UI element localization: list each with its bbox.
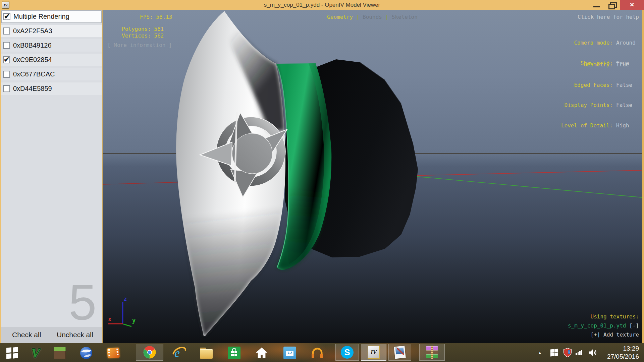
- taskbar-icon-google-earth[interactable]: [79, 346, 94, 360]
- list-item[interactable]: 0xB0B49126: [1, 39, 102, 52]
- titlebar: IV s_m_y_cop_01_p.ydd - OpenIV Model Vie…: [0, 0, 644, 10]
- tab-geometry[interactable]: Geometry: [327, 14, 353, 20]
- film-strip-icon: [107, 348, 120, 358]
- geometry-list-sidebar: Multiple Rendering 0xA2F2F5A3 0xB0B49126…: [0, 10, 103, 343]
- setting-label: Level of Detail:: [561, 122, 613, 129]
- list-item-label: 0xC9E02854: [13, 56, 52, 64]
- list-item[interactable]: Multiple Rendering: [1, 10, 102, 23]
- more-information-link[interactable]: [ More information ]: [107, 42, 172, 49]
- y-axis-line: [411, 176, 642, 197]
- taskbar-icon-internet-explorer[interactable]: e: [172, 346, 186, 360]
- check-all-button[interactable]: Check all: [12, 327, 41, 343]
- clock-date: 27/05/2016: [607, 353, 639, 361]
- openiv-icon: IV: [368, 346, 380, 359]
- taskbar-icon-movie-maker[interactable]: [106, 346, 121, 360]
- list-item-label: 0xC677BCAC: [13, 70, 55, 78]
- taskbar-button-winrar[interactable]: [419, 344, 445, 361]
- list-item[interactable]: 0xC677BCAC: [1, 68, 102, 80]
- add-texture-button[interactable]: [+] Add texture: [591, 331, 639, 338]
- checkbox[interactable]: [3, 13, 10, 20]
- skype-icon: S: [341, 346, 354, 359]
- tab-skeleton[interactable]: Skeleton: [392, 14, 418, 20]
- openiv-window: IV s_m_y_cop_01_p.ydd - OpenIV Model Vie…: [0, 0, 644, 362]
- checkbox[interactable]: [3, 42, 10, 49]
- taskbar: V e: [0, 343, 644, 362]
- checkbox[interactable]: [3, 71, 10, 78]
- list-item[interactable]: 0xC9E02854: [1, 54, 102, 66]
- tray-windows-icon[interactable]: [550, 343, 558, 362]
- help-link[interactable]: Click here for help: [578, 14, 639, 20]
- checkbox[interactable]: [3, 27, 10, 35]
- list-item[interactable]: 0xD44E5859: [1, 82, 102, 95]
- headphones-icon: [311, 346, 324, 360]
- taskbar-button-skype[interactable]: S: [335, 344, 359, 361]
- setting-value: True: [616, 61, 639, 68]
- tab-bounds[interactable]: Bounds: [363, 14, 382, 20]
- setting-value: High: [616, 122, 639, 129]
- taskbar-button-image-editor[interactable]: [388, 344, 411, 361]
- winrar-icon: [426, 346, 438, 359]
- tray-network-icon[interactable]: [576, 343, 582, 362]
- window-border: [642, 10, 644, 343]
- checkbox[interactable]: [3, 56, 10, 63]
- textures-header: Using textures:: [591, 313, 639, 320]
- setting-label: Geometry:: [584, 61, 613, 68]
- gta-v-icon: V: [31, 346, 40, 360]
- setting-label: Camera mode:: [574, 40, 613, 47]
- axis-z-label: z: [123, 296, 127, 302]
- tray-antivirus-icon[interactable]: [563, 343, 572, 362]
- polygons-counter: Polygons: 581: [122, 26, 164, 33]
- tray-volume-icon[interactable]: [588, 343, 598, 362]
- remove-texture-button[interactable]: [-]: [629, 322, 639, 329]
- taskbar-icon-windows-store[interactable]: [227, 346, 241, 360]
- view-mode-tabs: Geometry | Bounds | Skeleton: [327, 14, 418, 20]
- taskbar-button-openiv[interactable]: IV: [361, 344, 386, 361]
- setting-label: Edged Faces:: [574, 82, 613, 89]
- start-button[interactable]: [5, 346, 19, 360]
- show-hidden-icons-button[interactable]: ▲: [538, 343, 542, 362]
- restore-button[interactable]: [605, 0, 620, 10]
- sidebar-footer: Check all Uncheck all: [1, 327, 102, 343]
- x-axis-line: [411, 170, 642, 176]
- windows-start-icon: [6, 347, 18, 359]
- internet-explorer-icon: e: [172, 346, 186, 360]
- axis-x-label: x: [108, 316, 111, 322]
- setting-value: False: [616, 82, 639, 89]
- list-item[interactable]: 0xA2F2F5A3: [1, 25, 102, 37]
- home-icon: [255, 347, 268, 359]
- taskbar-icon-file-explorer[interactable]: [199, 346, 214, 360]
- shopping-bag-icon: [283, 347, 296, 359]
- taskbar-icon-shopping-bag[interactable]: [282, 346, 297, 360]
- taskbar-clock[interactable]: 13:29 27/05/2016: [607, 345, 639, 361]
- chrome-icon: [143, 346, 156, 359]
- vertices-counter: Vertices: 562: [122, 33, 164, 39]
- list-item-label: 0xB0B49126: [13, 42, 52, 49]
- model-viewport[interactable]: z x y FPS: 58.13 Polygons: 581 Vertices:…: [103, 10, 642, 343]
- taskbar-icon-gta-v[interactable]: V: [28, 346, 43, 360]
- minimize-button[interactable]: [590, 0, 605, 10]
- axis-y-label: y: [132, 317, 136, 324]
- uncheck-all-button[interactable]: Uncheck all: [57, 327, 93, 343]
- list-item-label: 0xD44E5859: [13, 85, 52, 93]
- list-item-label: Multiple Rendering: [13, 13, 69, 20]
- close-button[interactable]: [620, 0, 644, 10]
- taskbar-button-chrome[interactable]: [136, 344, 163, 361]
- taskbar-icon-music[interactable]: [310, 346, 325, 360]
- clock-time: 13:29: [607, 345, 639, 353]
- page-number-watermark: 5: [69, 277, 97, 327]
- minecraft-icon: [54, 347, 66, 359]
- taskbar-icon-home[interactable]: [254, 346, 269, 360]
- setting-label: Display Points:: [565, 102, 613, 109]
- folder-icon: [200, 349, 213, 359]
- taskbar-icon-minecraft[interactable]: [52, 346, 67, 360]
- setting-value: Around: [616, 40, 639, 47]
- axis-triad: z x y: [108, 296, 136, 326]
- list-item-label: 0xA2F2F5A3: [13, 27, 52, 35]
- image-editor-icon: [394, 346, 406, 359]
- checkbox[interactable]: [3, 85, 10, 92]
- display-settings: Geometry:True Edged Faces:False Display …: [498, 48, 639, 142]
- windows-store-icon: [228, 347, 240, 359]
- fps-counter: FPS: 58.13: [140, 14, 172, 20]
- google-earth-icon: [80, 347, 93, 359]
- window-title: s_m_y_cop_01_p.ydd - OpenIV Model Viewer: [0, 0, 644, 10]
